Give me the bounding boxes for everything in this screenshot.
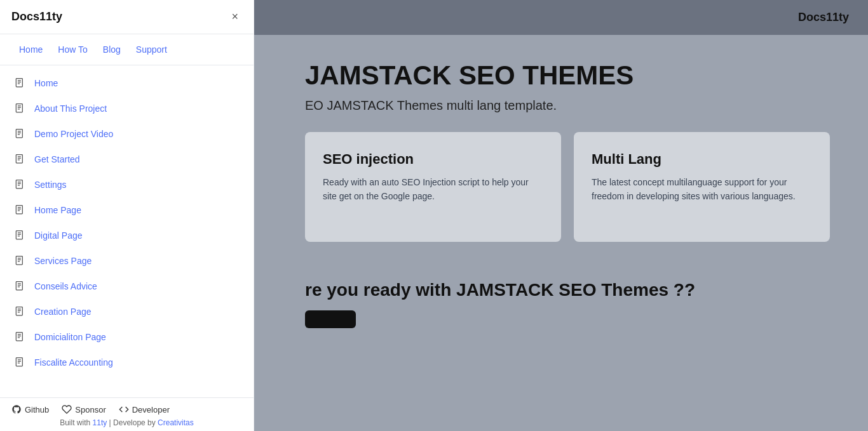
svg-rect-28: [16, 256, 22, 265]
card-multilang-description: The latest concept multilanguage support…: [592, 175, 812, 204]
creativitas-link[interactable]: Creativitas: [158, 418, 194, 427]
topbar: Docs11ty: [254, 0, 868, 35]
sponsor-link[interactable]: Sponsor: [62, 404, 105, 414]
sidebar-item-digital[interactable]: Digital Page: [0, 223, 254, 248]
page-icon: [14, 356, 27, 369]
page-icon: [14, 255, 27, 267]
hero-title: JAMSTACK SEO THEMES: [305, 60, 830, 91]
page-icon: [14, 331, 27, 343]
sidebar-item-fiscalite[interactable]: Fiscalite Accounting: [0, 350, 254, 375]
card-multilang-title: Multi Lang: [592, 151, 812, 168]
sidebar-item-creation[interactable]: Creation Page: [0, 299, 254, 324]
github-link[interactable]: Github: [11, 404, 49, 414]
card-seo-description: Ready with an auto SEO Injection script …: [323, 175, 543, 204]
nav-support[interactable]: Support: [128, 42, 175, 57]
card-multilang: Multi Lang The latest concept multilangu…: [574, 132, 830, 242]
close-button[interactable]: ×: [227, 9, 242, 25]
sidebar-item-demo[interactable]: Demo Project Video: [0, 121, 254, 147]
bottom-heading: re you ready with JAMSTACK SEO Themes ??: [305, 280, 830, 300]
hero-subtitle: EO JAMSTACK Themes multi lang template.: [305, 98, 830, 113]
card-seo-title: SEO injection: [323, 151, 543, 168]
page-icon: [14, 153, 27, 166]
page-icon: [14, 229, 27, 242]
sidebar-menu: Home About This Project Demo Project Vid…: [0, 65, 254, 397]
nav-home[interactable]: Home: [11, 42, 50, 57]
svg-rect-32: [16, 282, 22, 290]
cta-button[interactable]: [305, 310, 356, 328]
sponsor-label: Sponsor: [75, 405, 105, 414]
heart-icon: [62, 404, 72, 414]
code-icon: [119, 404, 129, 414]
nav-howto[interactable]: How To: [50, 42, 95, 57]
sidebar-item-settings[interactable]: Settings: [0, 172, 254, 197]
svg-rect-20: [16, 206, 22, 214]
page-icon: [14, 280, 27, 293]
page-icon: [14, 305, 27, 318]
footer-links: Github Sponsor Developer: [11, 404, 242, 414]
main-content: Docs11ty JAMSTACK SEO THEMES EO JAMSTACK…: [254, 0, 868, 431]
sidebar-item-about[interactable]: About This Project: [0, 96, 254, 121]
sidebar: Docs11ty × Home How To Blog Support Home: [0, 0, 254, 431]
svg-rect-40: [16, 333, 22, 341]
bottom-section: re you ready with JAMSTACK SEO Themes ??: [254, 261, 868, 341]
svg-rect-8: [16, 129, 22, 138]
page-icon: [14, 204, 27, 216]
github-label: Github: [25, 405, 49, 414]
svg-rect-4: [16, 104, 22, 112]
feature-cards: SEO injection Ready with an auto SEO Inj…: [305, 132, 830, 242]
page-icon: [14, 77, 27, 90]
developer-link[interactable]: Developer: [119, 404, 170, 414]
sidebar-item-conseils[interactable]: Conseils Advice: [0, 274, 254, 299]
card-seo: SEO injection Ready with an auto SEO Inj…: [305, 132, 561, 242]
11ty-link[interactable]: 11ty: [93, 418, 107, 427]
svg-rect-44: [16, 358, 22, 366]
sidebar-item-home[interactable]: Home: [0, 70, 254, 96]
page-icon: [14, 102, 27, 115]
hero-section: JAMSTACK SEO THEMES EO JAMSTACK Themes m…: [254, 35, 868, 261]
sidebar-header: Docs11ty ×: [0, 0, 254, 34]
developer-label: Developer: [132, 405, 170, 414]
svg-rect-24: [16, 231, 22, 239]
svg-rect-16: [16, 180, 22, 189]
topbar-title: Docs11ty: [798, 11, 849, 24]
sidebar-item-services[interactable]: Services Page: [0, 248, 254, 274]
svg-rect-0: [16, 79, 22, 87]
github-icon: [11, 404, 22, 414]
sidebar-title: Docs11ty: [11, 10, 62, 23]
sidebar-item-domicialiton[interactable]: Domicialiton Page: [0, 324, 254, 350]
sidebar-nav: Home How To Blog Support: [0, 34, 254, 65]
sidebar-footer: Github Sponsor Developer Built with 11ty…: [0, 397, 254, 431]
page-icon: [14, 178, 27, 191]
sidebar-item-getstarted[interactable]: Get Started: [0, 147, 254, 172]
footer-built-text: Built with 11ty | Develope by Creativita…: [11, 418, 242, 427]
sidebar-item-homepage[interactable]: Home Page: [0, 197, 254, 223]
page-icon: [14, 128, 27, 140]
svg-rect-36: [16, 307, 22, 315]
svg-rect-12: [16, 155, 22, 163]
nav-blog[interactable]: Blog: [95, 42, 128, 57]
